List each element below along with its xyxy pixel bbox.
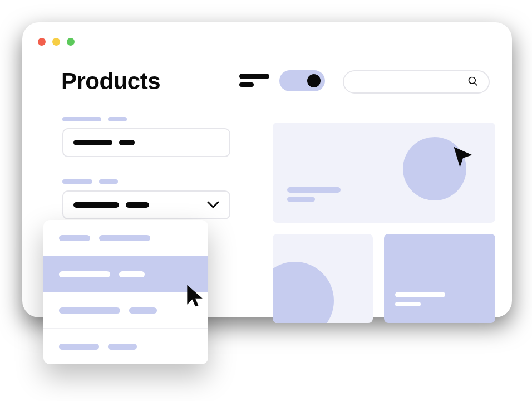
chevron-down-icon (207, 200, 219, 209)
filter-text-input[interactable] (62, 128, 230, 157)
page-title: Products (61, 68, 160, 95)
filter-select (62, 179, 230, 219)
card-text (395, 292, 445, 306)
dropdown-option[interactable] (43, 292, 208, 329)
toggle-knob (307, 74, 321, 87)
filter-label (62, 117, 230, 121)
cursor-pointer-icon (451, 145, 475, 169)
search-icon (467, 76, 479, 87)
product-card-hero[interactable] (273, 123, 495, 223)
filter-select-input[interactable] (62, 190, 230, 219)
svg-point-0 (469, 77, 476, 84)
window-controls (38, 38, 75, 46)
minimize-button[interactable] (52, 38, 60, 46)
card-text (287, 187, 341, 202)
product-card-small-1[interactable] (273, 234, 373, 323)
filter-label (62, 179, 230, 184)
filter-text (62, 117, 230, 157)
dropdown-option[interactable] (43, 329, 208, 364)
search-input[interactable] (343, 70, 490, 94)
sort-icon[interactable] (239, 74, 269, 87)
product-card-small-2[interactable] (384, 234, 495, 323)
cursor-arrow-icon (185, 284, 206, 309)
svg-line-1 (475, 83, 477, 86)
dropdown-option[interactable] (43, 220, 208, 256)
maximize-button[interactable] (67, 38, 75, 46)
close-button[interactable] (38, 38, 46, 46)
dropdown-option[interactable] (43, 256, 208, 292)
view-toggle[interactable] (279, 70, 325, 91)
filter-select-dropdown (43, 220, 208, 364)
product-shape-quarter (273, 262, 334, 323)
